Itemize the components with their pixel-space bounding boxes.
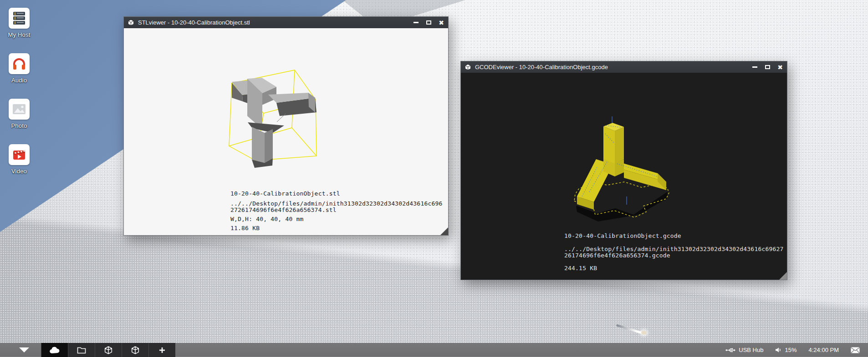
stl-viewport[interactable]: 10-20-40-CalibrationObject.stl ../../Des… bbox=[124, 28, 448, 235]
minimize-button[interactable] bbox=[413, 20, 419, 26]
resize-grip[interactable] bbox=[440, 227, 448, 235]
close-icon: ✖ bbox=[439, 20, 444, 26]
window-title: GCODEviewer - 10-20-40-CalibrationObject… bbox=[475, 64, 748, 70]
cube-icon bbox=[465, 64, 471, 70]
cube-icon bbox=[128, 19, 134, 26]
gcode-viewer-window: GCODEviewer - 10-20-40-CalibrationObject… bbox=[460, 61, 787, 280]
desktop-icon-video[interactable]: Video bbox=[0, 144, 38, 175]
maximize-button[interactable] bbox=[425, 20, 432, 26]
desktop-screen: My Host Audio Photo bbox=[0, 0, 868, 357]
stl-filename: 10-20-40-CalibrationObject.stl bbox=[230, 191, 340, 197]
gcode-filename: 10-20-40-CalibrationObject.gcode bbox=[564, 233, 681, 239]
cube-icon bbox=[104, 346, 112, 354]
taskbar-button-gcode-viewer[interactable] bbox=[122, 343, 148, 357]
server-icon bbox=[9, 8, 30, 29]
volume-indicator[interactable]: 15% bbox=[775, 347, 797, 353]
cloud-icon bbox=[49, 346, 61, 354]
envelope-icon bbox=[851, 347, 860, 353]
stl-titlebar[interactable]: STLviewer - 10-20-40-CalibrationObject.s… bbox=[124, 17, 448, 28]
usb-hub-label: USB Hub bbox=[739, 347, 763, 353]
clock-label: 4:24:00 PM bbox=[809, 347, 839, 353]
clock[interactable]: 4:24:00 PM bbox=[809, 347, 839, 353]
taskbar-button-stl-viewer[interactable] bbox=[95, 343, 122, 357]
taskbar-button-cloud[interactable] bbox=[41, 343, 68, 357]
stl-filepath: ../../Desktop/files/admin/inith31302d323… bbox=[230, 201, 448, 213]
window-title: STLviewer - 10-20-40-CalibrationObject.s… bbox=[138, 19, 409, 26]
minimize-icon bbox=[752, 66, 757, 68]
close-button[interactable]: ✖ bbox=[777, 64, 783, 70]
stl-filepath-line2: 2726174696f6e4f626a656374.stl bbox=[230, 207, 448, 213]
stl-filepath-line1: ../../Desktop/files/admin/inith31302d323… bbox=[230, 201, 448, 207]
speaker-icon bbox=[775, 347, 781, 353]
volume-label: 15% bbox=[785, 347, 797, 353]
resize-grip[interactable] bbox=[779, 272, 787, 280]
desktop-icon-audio[interactable]: Audio bbox=[0, 53, 38, 84]
taskbar-expand-chevron-icon[interactable] bbox=[19, 347, 29, 352]
gcode-viewport[interactable]: 10-20-40-CalibrationObject.gcode ../../D… bbox=[461, 73, 787, 280]
notifications-button[interactable] bbox=[851, 347, 860, 353]
minimize-button[interactable] bbox=[751, 64, 758, 70]
video-icon bbox=[9, 144, 30, 165]
desktop-icon-my-host[interactable]: My Host bbox=[0, 8, 38, 38]
cube-icon bbox=[131, 346, 139, 354]
desktop-icon-label: Audio bbox=[0, 77, 38, 84]
maximize-button[interactable] bbox=[764, 64, 771, 70]
gcode-object bbox=[577, 123, 666, 210]
gcode-filepath: ../../Desktop/files/admin/inith31302d323… bbox=[564, 246, 787, 259]
stl-viewer-window: STLviewer - 10-20-40-CalibrationObject.s… bbox=[123, 16, 449, 236]
desktop-icon-photo[interactable]: Photo bbox=[0, 99, 38, 129]
stl-3d-render bbox=[219, 69, 328, 173]
taskbar-button-add[interactable] bbox=[148, 343, 175, 357]
maximize-icon bbox=[426, 20, 431, 25]
system-tray: USB Hub 15% 4:24:00 PM bbox=[725, 343, 860, 357]
taskbar-buttons bbox=[41, 343, 175, 357]
close-button[interactable]: ✖ bbox=[438, 20, 444, 26]
stl-dimensions: W,D,H: 40, 40, 40 mm bbox=[230, 216, 304, 222]
usb-icon bbox=[725, 347, 735, 353]
plus-icon bbox=[158, 347, 166, 354]
gcode-3d-render bbox=[570, 116, 684, 223]
minimize-icon bbox=[414, 22, 419, 23]
gcode-filesize: 244.15 KB bbox=[564, 265, 597, 272]
headphones-icon bbox=[9, 53, 30, 74]
maximize-icon bbox=[765, 65, 770, 69]
desktop-icon-label: Photo bbox=[0, 122, 38, 129]
usb-hub-indicator[interactable]: USB Hub bbox=[725, 347, 763, 353]
gcode-filepath-line2: 26174696f6e4f626a656374.gcode bbox=[564, 252, 787, 259]
taskbar-button-files[interactable] bbox=[68, 343, 95, 357]
desktop-icon-label: My Host bbox=[0, 31, 38, 38]
folder-icon bbox=[77, 347, 86, 354]
gcode-filepath-line1: ../../Desktop/files/admin/inith31302d323… bbox=[564, 246, 787, 252]
wallpaper-twig-knob bbox=[641, 331, 647, 335]
desktop-icon-label: Video bbox=[0, 168, 38, 175]
close-icon: ✖ bbox=[777, 64, 783, 70]
taskbar: USB Hub 15% 4:24:00 PM bbox=[0, 343, 868, 357]
photo-icon bbox=[9, 99, 30, 120]
gcode-titlebar[interactable]: GCODEviewer - 10-20-40-CalibrationObject… bbox=[461, 61, 787, 73]
stl-filesize: 11.86 KB bbox=[230, 225, 260, 231]
